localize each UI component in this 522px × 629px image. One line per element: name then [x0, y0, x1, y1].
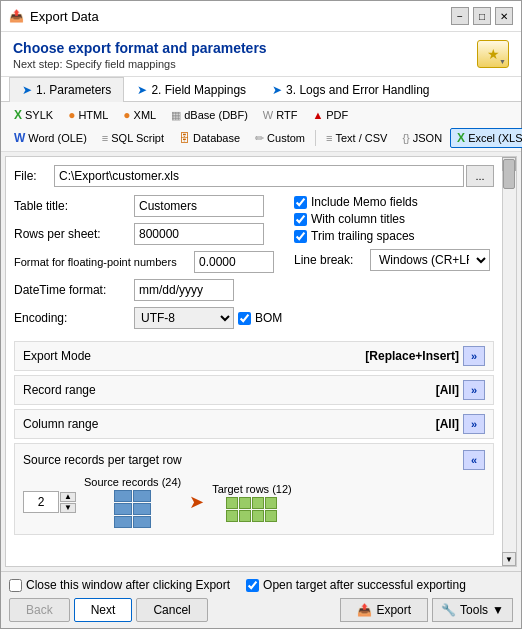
records-number-section: ▲ ▼: [23, 491, 76, 513]
grid-cell-1: [114, 490, 132, 502]
target-rows-info-label: Target rows (12): [212, 483, 291, 495]
trim-trailing-spaces-checkbox[interactable]: [294, 230, 307, 243]
format-pdf[interactable]: ▲ PDF: [305, 105, 355, 125]
scrollbar-thumb[interactable]: [503, 159, 515, 189]
tools-label: Tools: [460, 603, 488, 617]
grid-cell-6: [133, 516, 151, 528]
record-range-expand[interactable]: »: [463, 380, 485, 400]
maximize-button[interactable]: □: [473, 7, 491, 25]
datetime-format-row: DateTime format:: [14, 279, 286, 301]
window-title: Export Data: [30, 9, 445, 24]
format-sylk[interactable]: X SYLK: [7, 105, 60, 125]
format-database[interactable]: 🗄 Database: [172, 128, 247, 148]
format-rtf[interactable]: W RTF: [256, 105, 305, 125]
minimize-button[interactable]: −: [451, 7, 469, 25]
source-records-label: Source records per target row: [23, 453, 463, 467]
sql-label: SQL Script: [111, 132, 164, 144]
export-icon: 📤: [357, 603, 372, 617]
table-title-input[interactable]: [134, 195, 264, 217]
format-json[interactable]: {} JSON: [395, 128, 449, 148]
record-range-section[interactable]: Record range [All] »: [14, 375, 494, 405]
column-range-expand[interactable]: »: [463, 414, 485, 434]
format-text-csv[interactable]: ≡ Text / CSV: [319, 128, 394, 148]
spinner-down[interactable]: ▼: [60, 503, 76, 513]
html-label: HTML: [78, 109, 108, 121]
custom-icon: ✏: [255, 132, 264, 145]
records-number: ▲ ▼: [23, 491, 76, 513]
rtf-icon: W: [263, 109, 273, 121]
with-column-titles-row: With column titles: [294, 212, 494, 226]
close-button[interactable]: ✕: [495, 7, 513, 25]
rtf-label: RTF: [276, 109, 297, 121]
format-word[interactable]: W Word (OLE): [7, 128, 94, 148]
footer: Close this window after clicking Export …: [1, 571, 521, 628]
tab-arrow-3: ➤: [272, 83, 282, 97]
float-format-input[interactable]: [194, 251, 274, 273]
scrollbar-down[interactable]: ▼: [502, 552, 516, 566]
open-target-label: Open target after successful exporting: [263, 578, 466, 592]
browse-button[interactable]: ...: [466, 165, 494, 187]
left-col: Table title: Rows per sheet: Format for …: [14, 195, 294, 335]
spinner-up[interactable]: ▲: [60, 492, 76, 502]
text-icon: ≡: [326, 132, 332, 144]
table-title-row: Table title:: [14, 195, 286, 217]
two-col: Table title: Rows per sheet: Format for …: [14, 195, 494, 335]
tab-parameters[interactable]: ➤ 1. Parameters: [9, 77, 124, 102]
column-range-section[interactable]: Column range [All] »: [14, 409, 494, 439]
format-custom[interactable]: ✏ Custom: [248, 128, 312, 148]
t-cell-5: [226, 510, 238, 522]
cancel-button[interactable]: Cancel: [136, 598, 207, 622]
file-input[interactable]: [54, 165, 464, 187]
dbase-icon: ▦: [171, 109, 181, 122]
encoding-label: Encoding:: [14, 311, 134, 325]
bom-checkbox[interactable]: [238, 312, 251, 325]
record-range-value: [All]: [436, 383, 459, 397]
source-grid-area: Source records (24): [84, 476, 181, 528]
export-button[interactable]: 📤 Export: [340, 598, 428, 622]
open-target-checkbox[interactable]: [246, 579, 259, 592]
linebreak-row: Line break: Windows (CR+LF) Unix (LF) Ma…: [294, 249, 494, 271]
tab-field-mappings[interactable]: ➤ 2. Field Mappings: [124, 77, 259, 102]
export-mode-section[interactable]: Export Mode [Replace+Insert] »: [14, 341, 494, 371]
tools-icon: 🔧: [441, 603, 456, 617]
with-column-titles-checkbox[interactable]: [294, 213, 307, 226]
format-row-2: W Word (OLE) ≡ SQL Script 🗄 Database ✏ C…: [5, 127, 522, 149]
next-button[interactable]: Next: [74, 598, 133, 622]
custom-label: Custom: [267, 132, 305, 144]
back-button[interactable]: Back: [9, 598, 70, 622]
tab-field-mappings-label: 2. Field Mappings: [151, 83, 246, 97]
format-bar: X SYLK ● HTML ● XML ▦ dBase (DBF) W RTF …: [1, 102, 521, 152]
tab-parameters-label: 1. Parameters: [36, 83, 111, 97]
linebreak-label: Line break:: [294, 253, 364, 267]
tab-logs[interactable]: ➤ 3. Logs and Error Handling: [259, 77, 442, 102]
open-target-row: Open target after successful exporting: [246, 578, 466, 592]
favorites-button[interactable]: ★: [477, 40, 509, 68]
format-html[interactable]: ● HTML: [61, 105, 115, 125]
close-window-checkbox[interactable]: [9, 579, 22, 592]
linebreak-select[interactable]: Windows (CR+LF) Unix (LF) Mac (CR): [370, 249, 490, 271]
datetime-format-input[interactable]: [134, 279, 234, 301]
tools-button[interactable]: 🔧 Tools ▼: [432, 598, 513, 622]
grid-cell-4: [133, 503, 151, 515]
table-title-label: Table title:: [14, 199, 134, 213]
format-xlsx[interactable]: X Excel (XLSX): [450, 128, 522, 148]
t-cell-6: [239, 510, 251, 522]
inner-panel: File: ... Table title: Rows per: [5, 156, 517, 567]
export-mode-expand[interactable]: »: [463, 346, 485, 366]
source-records-collapse[interactable]: «: [463, 450, 485, 470]
format-xml[interactable]: ● XML: [116, 105, 163, 125]
encoding-select[interactable]: UTF-8 UTF-16 ANSI: [134, 307, 234, 329]
xlsx-label: Excel (XLSX): [468, 132, 522, 144]
format-sql[interactable]: ≡ SQL Script: [95, 128, 171, 148]
float-format-row: Format for floating-point numbers: [14, 251, 286, 273]
format-dbase[interactable]: ▦ dBase (DBF): [164, 105, 255, 125]
encoding-controls: UTF-8 UTF-16 ANSI BOM: [134, 307, 282, 329]
source-records-number-input[interactable]: [23, 491, 59, 513]
sql-icon: ≡: [102, 132, 108, 144]
tab-arrow-1: ➤: [22, 83, 32, 97]
rows-per-sheet-input[interactable]: [134, 223, 264, 245]
rows-per-sheet-label: Rows per sheet:: [14, 227, 134, 241]
include-memo-checkbox[interactable]: [294, 196, 307, 209]
source-records-content: ▲ ▼ Source records (24): [23, 476, 485, 528]
close-window-row: Close this window after clicking Export: [9, 578, 230, 592]
